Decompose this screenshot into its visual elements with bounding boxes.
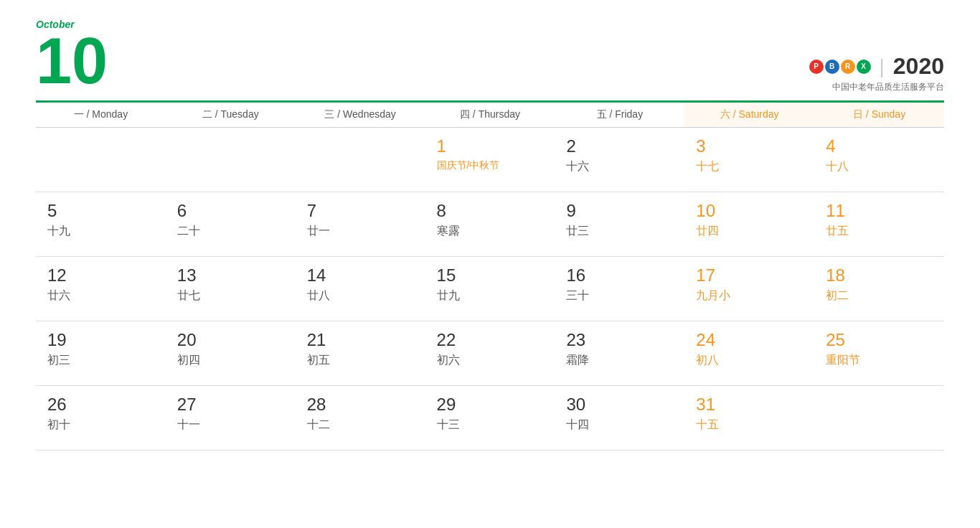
calendar-page: October 10 P B R X | 2020 中国中老年品质生活服务平台 … [0, 0, 980, 528]
header: October 10 P B R X | 2020 中国中老年品质生活服务平台 [36, 0, 944, 100]
cell-day-number: 2 [566, 136, 673, 156]
cell-lunar: 十一 [177, 418, 284, 433]
logo-separator: | [880, 55, 885, 78]
calendar-cell: 23霜降 [555, 321, 684, 385]
cell-day-number: 28 [307, 395, 414, 415]
cell-day-number: 4 [826, 136, 933, 156]
calendar-cell: 30十四 [555, 386, 684, 450]
cell-lunar: 初六 [437, 353, 544, 368]
calendar-cell: 6二十 [166, 192, 296, 256]
cell-lunar: 廿一 [307, 224, 414, 239]
cell-day-number: 19 [47, 330, 154, 350]
weekday-thursday: 四 / Thursday [425, 103, 555, 127]
logo-circle-p: P [809, 60, 824, 74]
calendar-cell [814, 386, 944, 450]
cell-lunar: 寒露 [437, 224, 544, 239]
calendar-cell: 21初五 [296, 321, 425, 385]
calendar-week-5: 26初十27十一28十二29十三30十四31十五 [36, 386, 944, 451]
brand-text: 中国中老年品质生活服务平台 [832, 81, 944, 93]
calendar-cell: 13廿七 [166, 257, 296, 321]
cell-day-number: 25 [826, 330, 933, 350]
calendar-cell: 20初四 [166, 321, 296, 385]
cell-day-number: 31 [696, 395, 803, 415]
cell-day-number: 10 [696, 201, 803, 221]
cell-day-number: 23 [566, 330, 673, 350]
cell-lunar: 十九 [47, 224, 154, 239]
year-text: 2020 [893, 53, 944, 80]
calendar-cell [36, 128, 166, 192]
cell-day-number: 15 [437, 265, 544, 286]
cell-day-number: 16 [566, 265, 673, 286]
calendar-cell: 15廿九 [425, 257, 555, 321]
day-number: 10 [36, 29, 108, 93]
calendar-cell: 27十一 [166, 386, 296, 450]
cell-lunar: 初三 [47, 353, 154, 368]
calendar-cell: 4十八 [814, 128, 944, 192]
cell-lunar: 初十 [47, 418, 154, 433]
cell-lunar: 十三 [437, 418, 544, 433]
cell-day-number: 13 [177, 265, 284, 286]
cell-day-number: 27 [177, 395, 284, 415]
cell-lunar: 霜降 [566, 353, 673, 368]
calendar-cell: 11廿五 [814, 192, 944, 256]
calendar-week-3: 12廿六13廿七14廿八15廿九16三十17九月小18初二 [36, 257, 944, 321]
cell-lunar: 初二 [826, 288, 933, 303]
calendar-cell: 1国庆节/中秋节 [425, 128, 555, 192]
calendar-cell: 31十五 [684, 386, 814, 450]
calendar-week-1: 1国庆节/中秋节2十六3十七4十八 [36, 128, 944, 192]
cell-lunar: 十六 [566, 159, 673, 174]
cell-lunar: 初四 [177, 353, 284, 368]
logo-area: P B R X | 2020 中国中老年品质生活服务平台 [809, 53, 944, 93]
cell-lunar: 重阳节 [826, 353, 933, 368]
cell-lunar: 十七 [696, 159, 803, 174]
cell-lunar: 廿九 [437, 288, 544, 303]
cell-day-number: 11 [826, 201, 933, 221]
weekday-sunday: 日 / Sunday [814, 103, 944, 127]
cell-day-number: 26 [47, 395, 154, 415]
cell-day-number: 21 [307, 330, 414, 350]
cell-lunar: 九月小 [696, 288, 803, 303]
calendar-cell: 17九月小 [684, 257, 814, 321]
cell-day-number: 30 [566, 395, 673, 415]
calendar-cell: 8寒露 [425, 192, 555, 256]
calendar-week-4: 19初三20初四21初五22初六23霜降24初八25重阳节 [36, 321, 944, 386]
logo-circle-b: B [825, 60, 839, 74]
cell-day-number: 1 [437, 136, 544, 156]
date-block: October 10 [36, 19, 108, 93]
weekday-wednesday: 三 / Wednesday [296, 103, 425, 127]
calendar-cell: 16三十 [555, 257, 684, 321]
weekday-monday: 一 / Monday [36, 103, 166, 127]
cell-lunar: 廿四 [696, 224, 803, 239]
logo-circle-x: X [857, 60, 871, 74]
cell-day-number: 20 [177, 330, 284, 350]
cell-day-number: 6 [177, 201, 284, 221]
calendar-body: 1国庆节/中秋节2十六3十七4十八5十九6二十7廿一8寒露9廿三10廿四11廿五… [36, 128, 944, 451]
cell-lunar: 二十 [177, 224, 284, 239]
calendar-cell: 7廿一 [296, 192, 425, 256]
cell-lunar: 初八 [696, 353, 803, 368]
cell-lunar: 廿八 [307, 288, 414, 303]
cell-lunar: 十二 [307, 418, 414, 433]
cell-lunar: 初五 [307, 353, 414, 368]
weekday-friday: 五 / Friday [555, 103, 684, 127]
calendar-cell: 24初八 [684, 321, 814, 385]
calendar-cell [296, 128, 425, 192]
cell-day-number: 12 [47, 265, 154, 286]
cell-lunar: 十八 [826, 159, 933, 174]
calendar-cell [166, 128, 296, 192]
cell-lunar: 十五 [696, 418, 803, 433]
cell-day-number: 17 [696, 265, 803, 286]
calendar: 一 / Monday 二 / Tuesday 三 / Wednesday 四 /… [36, 100, 944, 451]
cell-lunar: 廿七 [177, 288, 284, 303]
cell-lunar: 国庆节/中秋节 [437, 159, 544, 172]
cell-day-number: 8 [437, 201, 544, 221]
calendar-cell: 3十七 [684, 128, 814, 192]
cell-day-number: 18 [826, 265, 933, 286]
cell-lunar: 廿三 [566, 224, 673, 239]
cell-day-number: 22 [437, 330, 544, 350]
calendar-cell: 28十二 [296, 386, 425, 450]
cell-lunar: 廿六 [47, 288, 154, 303]
logo-circle-r: R [841, 60, 855, 74]
cell-day-number: 7 [307, 201, 414, 221]
calendar-cell: 9廿三 [555, 192, 684, 256]
